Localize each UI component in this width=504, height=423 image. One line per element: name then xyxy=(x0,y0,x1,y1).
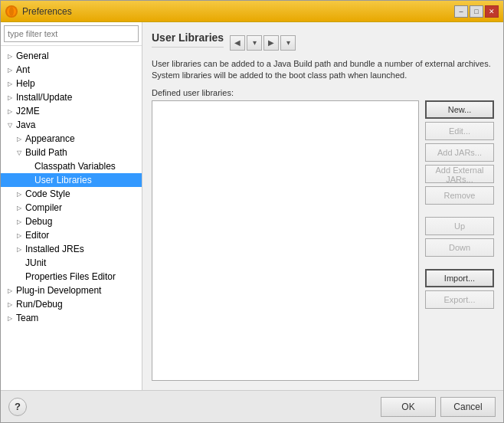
side-buttons: New... Edit... Add JARs... Add External … xyxy=(425,100,494,381)
sidebar-item-java[interactable]: ▽ Java xyxy=(1,118,142,132)
sidebar-item-label: Debug xyxy=(24,215,54,228)
list-and-buttons: New... Edit... Add JARs... Add External … xyxy=(152,100,494,381)
close-button[interactable]: ✕ xyxy=(485,5,499,18)
help-button[interactable]: ? xyxy=(8,398,27,416)
toggle-icon: ▷ xyxy=(5,64,15,75)
sidebar-item-debug[interactable]: ▷ Debug xyxy=(1,215,142,228)
toggle-icon: ▽ xyxy=(5,120,15,130)
sidebar-item-appearance[interactable]: ▷ Appearance xyxy=(1,132,142,146)
toggle-icon: ▷ xyxy=(5,106,15,116)
toggle-icon xyxy=(24,161,33,172)
sidebar-item-general[interactable]: ▷ General xyxy=(1,49,142,63)
toggle-icon: ▷ xyxy=(5,51,15,61)
toggle-icon: ▷ xyxy=(15,189,24,199)
defined-label: Defined user libraries: xyxy=(152,88,494,97)
toggle-icon: ▷ xyxy=(15,216,24,227)
nav-forward-dropdown-button[interactable]: ▾ xyxy=(280,35,296,51)
sidebar-item-junit[interactable]: JUnit xyxy=(1,256,142,270)
sidebar-item-label: JUnit xyxy=(24,257,47,269)
nav-back-dropdown-button[interactable]: ▾ xyxy=(247,35,262,51)
nav-forward-button[interactable]: ▶ xyxy=(263,35,279,51)
sidebar-item-build-path[interactable]: ▽ Build Path xyxy=(1,146,142,159)
sidebar-item-label: Appearance xyxy=(24,133,77,145)
bottom-bar: ? OK Cancel xyxy=(1,390,503,422)
bottom-right: OK Cancel xyxy=(381,397,496,417)
sidebar-item-label: Ant xyxy=(15,64,31,76)
sidebar-item-classpath-variables[interactable]: Classpath Variables xyxy=(1,159,142,173)
toggle-icon xyxy=(15,271,24,282)
window-title: Preferences xyxy=(22,6,72,17)
sidebar-item-install-update[interactable]: ▷ Install/Update xyxy=(1,90,142,104)
sidebar-item-label: Build Path xyxy=(24,146,69,159)
ok-button[interactable]: OK xyxy=(381,397,436,417)
sidebar-item-label: Run/Debug xyxy=(15,298,64,310)
sidebar-item-properties-files-editor[interactable]: Properties Files Editor xyxy=(1,270,142,284)
preferences-window: Preferences – □ ✕ ▷ General ▷ A xyxy=(0,0,504,423)
sidebar-item-code-style[interactable]: ▷ Code Style xyxy=(1,187,142,201)
sidebar-item-team[interactable]: ▷ Team xyxy=(1,311,142,325)
toggle-icon: ▷ xyxy=(5,92,15,103)
toggle-icon: ▷ xyxy=(15,230,24,241)
sidebar-item-user-libraries[interactable]: User Libraries xyxy=(1,173,142,187)
remove-button[interactable]: Remove xyxy=(425,186,494,205)
toggle-icon: ▽ xyxy=(15,147,24,158)
nav-back-button[interactable]: ◀ xyxy=(230,35,245,51)
sidebar-item-label: Help xyxy=(15,77,37,90)
sidebar-item-label: Installed JREs xyxy=(24,243,86,255)
import-button[interactable]: Import... xyxy=(425,269,494,287)
sidebar-item-installed-jres[interactable]: ▷ Installed JREs xyxy=(1,242,142,256)
toggle-icon: ▷ xyxy=(5,285,15,296)
cancel-button[interactable]: Cancel xyxy=(440,397,496,417)
sidebar-item-run-debug[interactable]: ▷ Run/Debug xyxy=(1,297,142,311)
sidebar-item-label: Code Style xyxy=(24,188,72,200)
edit-button[interactable]: Edit... xyxy=(425,122,494,140)
filter-box xyxy=(1,22,142,46)
title-bar-buttons: – □ ✕ xyxy=(454,5,499,18)
title-bar: Preferences – □ ✕ xyxy=(1,1,503,22)
sidebar-item-ant[interactable]: ▷ Ant xyxy=(1,63,142,77)
sidebar-item-label: Compiler xyxy=(24,202,64,214)
toggle-icon: ▷ xyxy=(15,244,24,254)
sidebar-item-label: User Libraries xyxy=(33,174,93,186)
toggle-icon: ▷ xyxy=(5,299,15,310)
up-button[interactable]: Up xyxy=(425,217,494,235)
toggle-icon: ▷ xyxy=(15,202,24,213)
filter-input[interactable] xyxy=(4,25,139,42)
sidebar-item-label: Install/Update xyxy=(15,91,74,103)
down-button[interactable]: Down xyxy=(425,238,494,257)
sidebar: ▷ General ▷ Ant ▷ Help ▷ Install/Update xyxy=(1,22,142,390)
sidebar-item-compiler[interactable]: ▷ Compiler xyxy=(1,201,142,215)
sidebar-item-label: Plug-in Development xyxy=(15,284,103,297)
add-jars-button[interactable]: Add JARs... xyxy=(425,143,494,162)
toggle-icon: ▷ xyxy=(15,133,24,144)
sidebar-item-j2me[interactable]: ▷ J2ME xyxy=(1,104,142,118)
title-bar-left: Preferences xyxy=(5,5,72,18)
sidebar-item-label: Java xyxy=(15,119,37,131)
new-button[interactable]: New... xyxy=(425,100,494,119)
minimize-button[interactable]: – xyxy=(454,5,468,18)
svg-point-1 xyxy=(9,7,14,16)
sidebar-item-editor[interactable]: ▷ Editor xyxy=(1,228,142,242)
toggle-icon: ▷ xyxy=(5,78,15,89)
sidebar-item-help[interactable]: ▷ Help xyxy=(1,77,142,90)
toggle-icon xyxy=(24,175,33,185)
panel-top-row: User Libraries ◀ ▾ ▶ ▾ xyxy=(152,31,494,54)
sidebar-item-plugin-development[interactable]: ▷ Plug-in Development xyxy=(1,284,142,297)
sidebar-item-label: Properties Files Editor xyxy=(24,271,117,283)
sidebar-item-label: General xyxy=(15,50,51,62)
maximize-button[interactable]: □ xyxy=(470,5,483,18)
libraries-list[interactable] xyxy=(152,100,419,381)
panel-description: User libraries can be added to a Java Bu… xyxy=(152,58,494,82)
panel-header: User Libraries xyxy=(152,31,224,48)
toggle-icon: ▷ xyxy=(5,313,15,323)
sidebar-item-label: Editor xyxy=(24,229,51,241)
sidebar-item-label: Team xyxy=(15,312,40,324)
sidebar-item-label: J2ME xyxy=(15,105,41,117)
bottom-left: ? xyxy=(8,398,27,416)
add-external-jars-button[interactable]: Add External JARs... xyxy=(425,165,494,183)
sidebar-item-label: Classpath Variables xyxy=(33,160,117,172)
main-panel: User Libraries ◀ ▾ ▶ ▾ User libraries ca… xyxy=(142,22,503,390)
tree: ▷ General ▷ Ant ▷ Help ▷ Install/Update xyxy=(1,46,142,390)
export-button[interactable]: Export... xyxy=(425,290,494,309)
main-content: ▷ General ▷ Ant ▷ Help ▷ Install/Update xyxy=(1,22,503,390)
